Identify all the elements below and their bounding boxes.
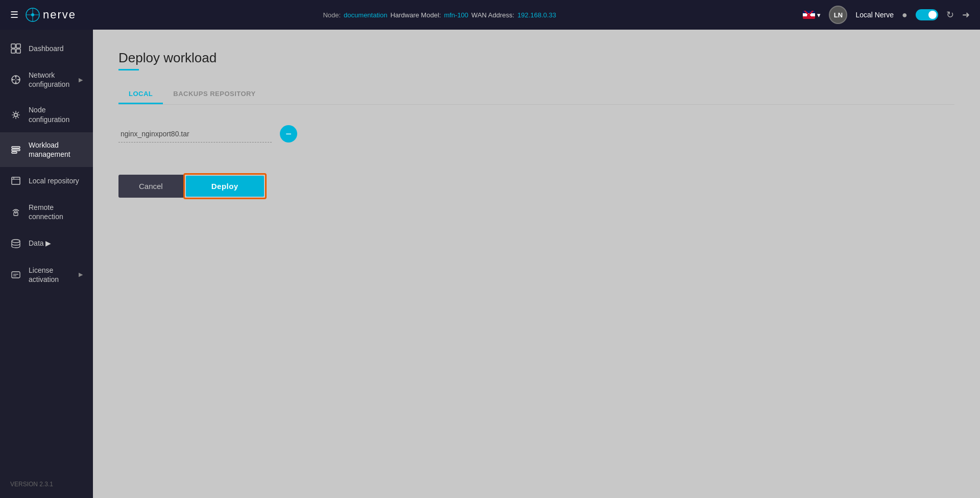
svg-rect-21 [12,177,20,184]
tabs: LOCAL BACKUPS REPOSITORY [118,85,954,105]
local-repo-icon [10,175,21,186]
cancel-button[interactable]: Cancel [118,175,183,198]
svg-point-26 [12,240,20,243]
sidebar-item-local-repo-label: Local repository [29,176,79,185]
sidebar-item-dashboard-label: Dashboard [29,44,64,53]
tab-backups-repository[interactable]: BACKUPS REPOSITORY [163,85,266,104]
wan-label: WAN Address: [471,11,514,19]
svg-point-17 [14,113,17,116]
sidebar-item-remote-label: Remote connection [29,203,83,221]
sidebar-item-local-repository[interactable]: Local repository [0,167,93,195]
license-icon [10,269,21,280]
tab-local[interactable]: LOCAL [118,85,163,104]
svg-rect-27 [12,272,20,278]
navbar-left: ☰ nerve [10,8,76,22]
navbar: ☰ nerve Node: documentation Hardware Mod… [0,0,980,30]
sidebar-item-node-configuration[interactable]: Node configuration [0,97,93,132]
sidebar-item-license-activation[interactable]: License activation ▶ [0,257,93,292]
main-layout: Dashboard Network configuration ▶ Node c… [0,30,980,498]
sidebar-item-data-label: Data ▶ [29,239,51,248]
sidebar-item-network-label: Network configuration [29,70,71,89]
node-value: documentation [344,11,387,19]
page-title-underline [118,69,139,70]
file-input[interactable] [118,126,272,143]
deploy-button[interactable]: Deploy [186,176,264,197]
sidebar: Dashboard Network configuration ▶ Node c… [0,30,93,498]
hamburger-icon[interactable]: ☰ [10,9,18,20]
workload-icon [10,144,21,155]
svg-rect-19 [12,149,20,151]
nerve-logo-icon [26,8,40,22]
svg-point-11 [12,79,14,81]
page-title: Deploy workload [118,50,954,66]
svg-point-10 [15,82,17,84]
chevron-down-icon: ▾ [817,11,821,19]
dashboard-icon [10,43,21,54]
svg-rect-5 [16,44,20,48]
remove-file-button[interactable]: − [280,125,297,143]
main-content: Deploy workload LOCAL BACKUPS REPOSITORY… [93,30,980,498]
sidebar-item-network-configuration[interactable]: Network configuration ▶ [0,62,93,97]
sidebar-item-workload-label: Workload management [29,140,83,159]
sidebar-item-data[interactable]: Data ▶ [0,230,93,257]
svg-rect-7 [16,49,20,53]
navbar-center: Node: documentation Hardware Model: mfn-… [323,11,556,19]
node-config-icon [10,109,21,121]
sidebar-item-node-label: Node configuration [29,105,83,124]
logout-icon[interactable]: ➜ [962,9,970,20]
file-input-row: − [118,125,954,143]
sidebar-version: VERSION 2.3.1 [0,470,93,498]
sidebar-item-dashboard[interactable]: Dashboard [0,35,93,62]
sidebar-item-workload-management[interactable]: Workload management [0,132,93,167]
hardware-label: Hardware Model: [390,11,441,19]
avatar: LN [829,6,847,24]
toggle-switch[interactable] [916,9,938,20]
network-arrow-icon: ▶ [79,77,83,83]
license-arrow-icon: ▶ [79,271,83,278]
user-icon[interactable]: ● [902,10,907,20]
sidebar-item-remote-connection[interactable]: Remote connection [0,195,93,229]
svg-rect-18 [12,147,20,148]
flag-icon [803,11,815,19]
navbar-right: ▾ LN Local Nerve ● ↻ ➜ [803,6,970,24]
remote-icon [10,206,21,218]
deploy-button-wrapper: Deploy [183,173,267,199]
svg-point-9 [15,76,17,78]
sidebar-item-license-label: License activation [29,266,71,284]
local-nerve-label: Local Nerve [855,11,894,19]
data-icon [10,238,21,249]
reload-icon[interactable]: ↻ [946,9,954,20]
language-selector[interactable]: ▾ [803,11,821,19]
hardware-value: mfn-100 [444,11,468,19]
svg-rect-4 [11,44,15,48]
logo-text: nerve [43,8,76,21]
svg-rect-6 [11,49,15,53]
nerve-logo: nerve [26,8,76,22]
svg-rect-20 [12,152,17,153]
network-icon [10,74,21,85]
svg-point-25 [15,213,16,214]
action-buttons: Cancel Deploy [118,173,954,199]
node-label: Node: [323,11,341,19]
svg-point-12 [18,79,20,81]
wan-value: 192.168.0.33 [517,11,556,19]
